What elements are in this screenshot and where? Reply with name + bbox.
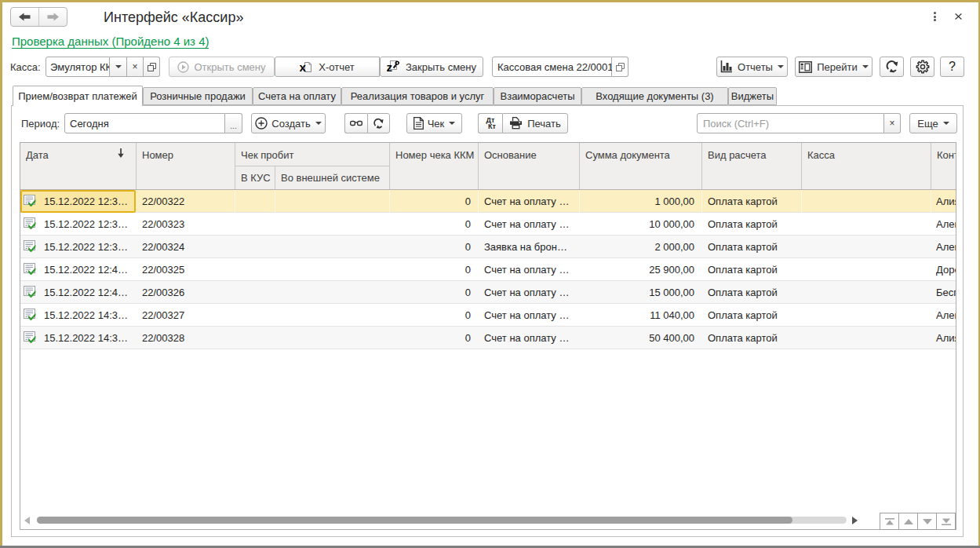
svg-text:x: x xyxy=(300,61,307,73)
svg-text:z: z xyxy=(387,60,392,73)
